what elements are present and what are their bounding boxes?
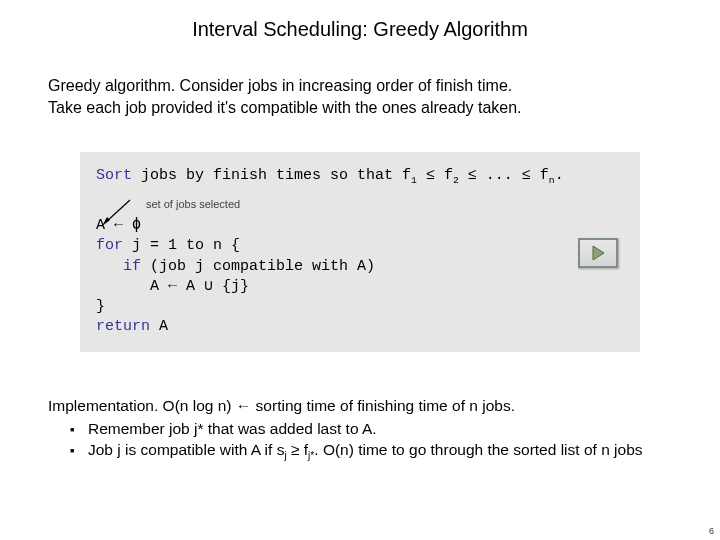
page-number: 6	[709, 526, 714, 536]
implementation-list: Remember job j* that was added last to A…	[48, 419, 672, 463]
intro-label: Greedy algorithm.	[48, 77, 175, 94]
play-button[interactable]	[578, 238, 618, 268]
code-line-3: if (job j compatible with A)	[96, 257, 624, 277]
svg-marker-2	[593, 246, 604, 260]
slide-title: Interval Scheduling: Greedy Algorithm	[0, 0, 720, 51]
annotation-label: set of jobs selected	[146, 197, 624, 212]
code-line-5: }	[96, 297, 624, 317]
svg-marker-1	[102, 217, 110, 226]
list-item: Job j is compatible with A if sj ≥ fj*. …	[70, 440, 672, 463]
list-item: Remember job j* that was added last to A…	[70, 419, 672, 440]
code-line-4: A ← A ∪ {j}	[96, 277, 624, 297]
implementation-label: Implementation.	[48, 397, 158, 414]
intro-paragraph: Greedy algorithm. Consider jobs in incre…	[0, 51, 720, 118]
play-icon	[590, 245, 606, 261]
implementation-line: Implementation. O(n log n) ← sorting tim…	[48, 396, 672, 417]
intro-text-2: Take each job provided it's compatible w…	[48, 99, 522, 116]
annotation-arrow-icon	[100, 196, 134, 228]
intro-text-1: Consider jobs in increasing order of fin…	[175, 77, 512, 94]
code-line-1: A ← ϕ	[96, 216, 624, 236]
code-line-6: return A	[96, 317, 624, 337]
svg-line-0	[106, 200, 130, 222]
sort-keyword: Sort	[96, 167, 132, 184]
code-line-2: for j = 1 to n {	[96, 236, 624, 256]
implementation-section: Implementation. O(n log n) ← sorting tim…	[0, 352, 720, 463]
pseudocode-box: Sort jobs by finish times so that f1 ≤ f…	[80, 152, 640, 352]
sort-line: Sort jobs by finish times so that f1 ≤ f…	[96, 166, 624, 187]
